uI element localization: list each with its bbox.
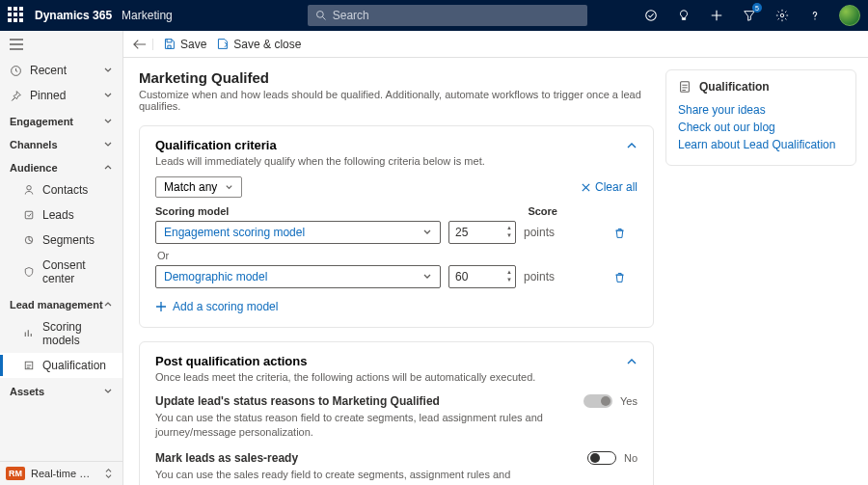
lightbulb-icon[interactable] (675, 7, 692, 24)
match-dropdown[interactable]: Match any (155, 176, 242, 198)
nav-segments[interactable]: Segments (0, 228, 122, 253)
action-sales-ready: Mark leads as sales-ready No You can use… (155, 451, 637, 485)
trash-icon (613, 271, 626, 283)
toggle-state-label: Yes (620, 395, 637, 407)
app-launcher-icon[interactable] (8, 7, 25, 24)
scoring-model-select[interactable]: Engagement scoring model (155, 221, 441, 244)
page-title: Marketing Qualifed (139, 69, 654, 86)
chevron-down-icon (103, 91, 113, 100)
scoring-icon (23, 328, 35, 339)
help-link-share-ideas[interactable]: Share your ideas (678, 103, 844, 117)
nav-contacts[interactable]: Contacts (0, 177, 122, 202)
command-bar: Save Save & close (123, 31, 868, 58)
global-topbar: Dynamics 365 Marketing Search 5 (0, 0, 868, 31)
action-title: Update lead's status reasons to Marketin… (155, 394, 440, 408)
help-panel: Qualification Share your ideas Check out… (665, 69, 856, 166)
brand-name: Dynamics 365 (35, 9, 112, 22)
global-search-input[interactable]: Search (308, 5, 587, 26)
area-badge: RM (6, 467, 25, 480)
criteria-subtitle: Leads will immediately qualify when the … (155, 155, 637, 167)
document-icon (678, 80, 692, 94)
nav-scoring-models[interactable]: Scoring models (0, 314, 122, 353)
save-button[interactable]: Save (163, 38, 206, 51)
close-icon (581, 182, 591, 193)
save-icon (163, 38, 176, 50)
chevron-down-icon (225, 183, 233, 192)
search-icon (315, 10, 327, 21)
action-update-status: Update lead's status reasons to Marketin… (155, 394, 637, 440)
notification-badge: 5 (752, 3, 762, 13)
svg-point-5 (27, 186, 32, 191)
header-score: Score (528, 205, 557, 217)
save-and-close-button[interactable]: Save & close (216, 38, 301, 51)
nav-section-lead-mgmt[interactable]: Lead management (0, 291, 122, 314)
gear-icon[interactable] (773, 7, 791, 24)
nav-leads[interactable]: Leads (0, 202, 122, 228)
user-avatar[interactable] (839, 5, 860, 26)
help-link-learn[interactable]: Learn about Lead Qualification (678, 138, 844, 151)
points-label: points (524, 270, 555, 283)
nav-consent-center[interactable]: Consent center (0, 253, 122, 291)
score-input[interactable]: 25▲▼ (448, 221, 516, 244)
back-button[interactable] (133, 39, 153, 50)
add-icon[interactable] (708, 7, 725, 24)
svg-rect-6 (25, 211, 33, 219)
qualification-criteria-card: Qualification criteria Leads will immedi… (139, 125, 654, 328)
area-picker[interactable]: RM Real-time marketi… (0, 461, 122, 485)
qualification-icon (23, 360, 35, 371)
pin-icon (10, 90, 22, 102)
hamburger-icon[interactable] (0, 31, 122, 58)
criteria-row: Demographic model 60▲▼ points (155, 265, 637, 288)
or-separator: Or (157, 250, 637, 261)
postactions-subtitle: Once leads meet the criteria, the follow… (155, 371, 637, 383)
help-icon[interactable] (806, 7, 824, 24)
nav-recent-label: Recent (30, 64, 67, 77)
collapse-icon[interactable] (626, 140, 637, 151)
header-scoring-model: Scoring model (155, 205, 229, 217)
nav-qualification[interactable]: Qualification (0, 353, 122, 378)
action-title: Mark leads as sales-ready (155, 451, 298, 465)
nav-recent[interactable]: Recent (0, 58, 122, 83)
assistant-icon[interactable] (642, 7, 660, 24)
action-desc: You can use the status reason field to c… (155, 411, 551, 440)
criteria-title: Qualification criteria (155, 138, 277, 152)
area-label: Real-time marketi… (31, 468, 98, 479)
svg-point-2 (646, 11, 657, 21)
nav-section-channels[interactable]: Channels (0, 131, 122, 154)
clock-icon (10, 65, 22, 77)
svg-line-1 (322, 17, 325, 20)
nav-pinned[interactable]: Pinned (0, 83, 122, 108)
nav-section-audience[interactable]: Audience (0, 154, 122, 177)
nav-section-assets[interactable]: Assets (0, 378, 122, 401)
help-panel-title: Qualification (699, 80, 770, 94)
help-link-blog[interactable]: Check out our blog (678, 121, 844, 134)
score-input[interactable]: 60▲▼ (448, 265, 516, 288)
svg-point-3 (780, 13, 784, 17)
criteria-row: Engagement scoring model 25▲▼ points (155, 221, 637, 244)
post-qualification-actions-card: Post qualification actions Once leads me… (139, 341, 654, 485)
page-subtitle: Customize when and how leads should be q… (139, 89, 654, 112)
action-desc: You can use the sales ready field to cre… (155, 468, 551, 485)
trash-icon (613, 227, 626, 239)
toggle-update-status[interactable] (583, 394, 612, 408)
nav-sidebar: Recent Pinned Engagement Channels Audien… (0, 31, 123, 485)
shield-icon (23, 266, 35, 278)
person-icon (23, 184, 35, 196)
scoring-model-select[interactable]: Demographic model (155, 265, 441, 288)
delete-row-button[interactable] (613, 227, 626, 239)
segments-icon (23, 234, 35, 246)
funnel-icon[interactable]: 5 (741, 7, 758, 24)
toggle-state-label: No (624, 452, 637, 464)
collapse-icon[interactable] (626, 356, 637, 367)
plus-icon (155, 301, 167, 312)
postactions-title: Post qualification actions (155, 354, 307, 368)
leads-icon (23, 209, 35, 221)
app-name: Marketing (122, 9, 173, 22)
delete-row-button[interactable] (613, 271, 626, 283)
toggle-sales-ready[interactable] (587, 451, 616, 465)
search-placeholder: Search (333, 9, 369, 22)
add-scoring-model-button[interactable]: Add a scoring model (155, 300, 637, 313)
points-label: points (524, 226, 555, 239)
nav-section-engagement[interactable]: Engagement (0, 108, 122, 131)
clear-all-button[interactable]: Clear all (581, 180, 637, 194)
